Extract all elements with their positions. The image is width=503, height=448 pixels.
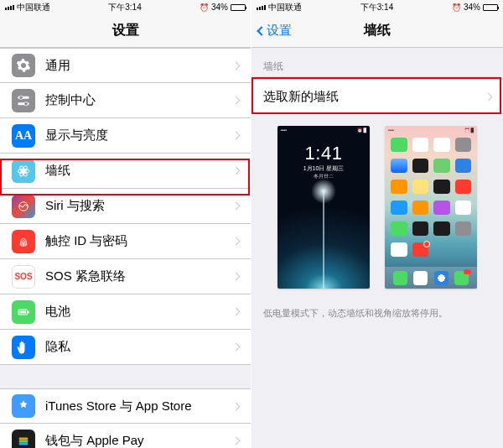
chevron-right-icon: [232, 437, 241, 445]
chevron-right-icon: [232, 402, 241, 410]
svg-rect-10: [28, 310, 29, 313]
battery-icon: [483, 4, 498, 11]
alarm-icon: ⏰: [452, 3, 461, 12]
row-label: 钱包与 Apple Pay: [45, 433, 233, 448]
alarm-icon: ⏰: [200, 3, 209, 12]
row-label: 触控 ID 与密码: [45, 233, 233, 249]
row-choose-new-wallpaper[interactable]: 选取新的墙纸: [252, 79, 503, 114]
row-label: 控制中心: [45, 92, 233, 108]
svg-rect-14: [19, 442, 29, 445]
wallet-icon: [12, 430, 35, 449]
svg-rect-12: [19, 437, 29, 440]
fingerprint-icon: [12, 230, 35, 253]
back-label: 设置: [267, 23, 292, 39]
appstore-icon: [12, 394, 35, 418]
chevron-right-icon: [232, 132, 241, 140]
svg-rect-13: [19, 440, 29, 442]
row-label: 选取新的墙纸: [263, 89, 485, 105]
row-label: 通用: [45, 58, 233, 74]
carrier-label: 中国联通: [17, 2, 50, 13]
sos-icon: SOS: [12, 265, 35, 289]
hand-icon: [12, 336, 35, 359]
gear-icon: [12, 54, 35, 77]
footer-note: 低电量模式下，动态墙纸和视角缩放将停用。: [252, 300, 503, 326]
section-header: 墙纸: [252, 48, 503, 79]
chevron-right-icon: [232, 343, 241, 352]
row-control-center[interactable]: 控制中心: [0, 83, 251, 118]
row-sos[interactable]: SOS SOS 紧急联络: [0, 259, 251, 294]
row-itunes-appstore[interactable]: iTunes Store 与 App Store: [0, 388, 251, 424]
nav-title: 墙纸: [364, 22, 391, 39]
home-dock: [385, 267, 477, 289]
wallpaper-screen: 中国联通 下午3:14 ⏰ 34% 设置 墙纸 墙纸 选取新的墙纸 ••••⏰ …: [252, 0, 503, 448]
chevron-right-icon: [232, 202, 241, 211]
row-label: SOS 紧急联络: [45, 268, 233, 284]
row-privacy[interactable]: 隐私: [0, 330, 251, 365]
home-app-grid: [391, 138, 471, 257]
status-time: 下午3:14: [108, 2, 141, 13]
battery-percent: 34%: [464, 3, 480, 12]
signal-icon: [257, 5, 266, 10]
settings-screen: 中国联通 下午3:14 ⏰ 34% 设置 通用: [0, 0, 252, 448]
nav-bar: 设置 墙纸: [252, 14, 503, 48]
row-label: 隐私: [45, 339, 233, 355]
siri-icon: [12, 195, 35, 218]
row-label: 显示与亮度: [45, 128, 233, 143]
lamp-post: [323, 191, 324, 289]
battery-percent: 34%: [211, 3, 228, 12]
chevron-right-icon: [232, 61, 241, 70]
status-bar: 中国联通 下午3:14 ⏰ 34%: [0, 0, 251, 14]
status-time: 下午3:14: [360, 2, 393, 13]
row-label: 电池: [45, 304, 233, 320]
row-battery[interactable]: 电池: [0, 294, 251, 330]
row-label: 墙纸: [45, 163, 233, 179]
row-label: iTunes Store 与 App Store: [45, 399, 233, 414]
chevron-right-icon: [232, 167, 241, 175]
row-general[interactable]: 通用: [0, 48, 251, 83]
chevron-left-icon: [257, 26, 266, 35]
svg-point-3: [24, 102, 29, 106]
row-display-brightness[interactable]: AA 显示与亮度: [0, 118, 251, 154]
battery-icon: [12, 300, 35, 324]
chevron-right-icon: [232, 308, 241, 316]
nav-title: 设置: [112, 22, 139, 39]
section-gap: [0, 365, 251, 388]
row-wallet-applepay[interactable]: 钱包与 Apple Pay: [0, 424, 251, 448]
row-siri-search[interactable]: Siri 与搜索: [0, 189, 251, 224]
settings-list-store: iTunes Store 与 App Store 钱包与 Apple Pay: [0, 388, 251, 448]
chevron-right-icon: [485, 92, 493, 101]
preview-date: 1月10日 星期三: [277, 164, 370, 173]
chevron-right-icon: [232, 273, 241, 281]
text-size-icon: AA: [12, 124, 35, 148]
preview-lunar: 冬月廿二: [277, 173, 370, 180]
svg-point-2: [19, 96, 23, 100]
svg-rect-11: [20, 310, 27, 313]
signal-icon: [5, 5, 14, 10]
row-wallpaper[interactable]: 墙纸: [0, 154, 251, 189]
homescreen-preview[interactable]: ••••⏰ █: [385, 126, 477, 289]
flower-icon: [12, 159, 35, 183]
switches-icon: [12, 89, 35, 112]
preview-time: 1:41: [277, 126, 370, 164]
chevron-right-icon: [232, 96, 241, 105]
settings-list: 通用 控制中心 AA 显示与亮度 墙纸: [0, 48, 251, 365]
row-touchid-passcode[interactable]: 触控 ID 与密码: [0, 224, 251, 259]
back-button[interactable]: 设置: [258, 23, 292, 39]
carrier-label: 中国联通: [268, 2, 302, 13]
wallpaper-previews: ••••⏰ █ 1:41 1月10日 星期三 冬月廿二 ••••⏰ █: [252, 114, 503, 300]
chevron-right-icon: [232, 237, 241, 246]
status-bar: 中国联通 下午3:14 ⏰ 34%: [252, 0, 503, 14]
battery-icon: [231, 4, 246, 11]
lockscreen-preview[interactable]: ••••⏰ █ 1:41 1月10日 星期三 冬月廿二: [277, 126, 370, 289]
nav-bar: 设置: [0, 14, 251, 48]
row-label: Siri 与搜索: [45, 198, 233, 214]
